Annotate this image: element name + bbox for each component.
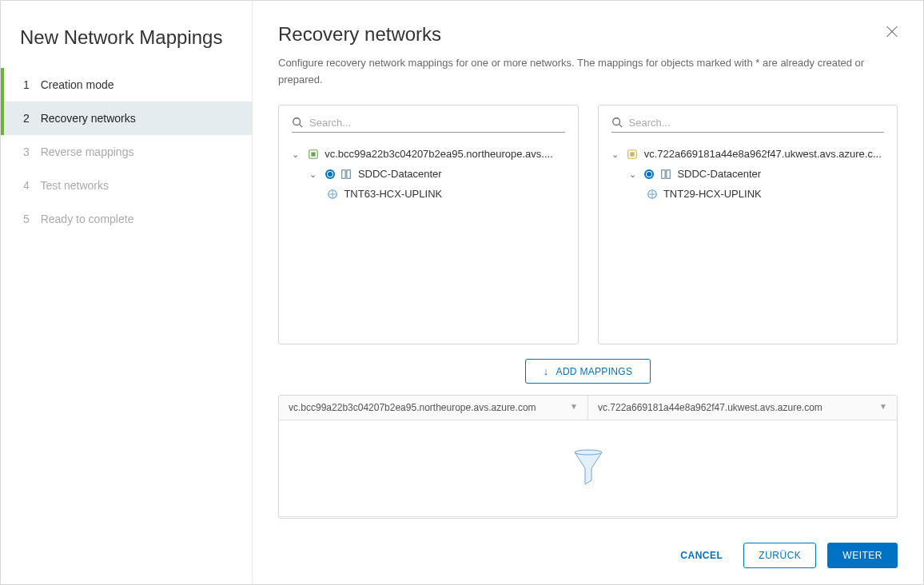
tree-label: TNT29-HCX-UPLINK <box>663 188 762 200</box>
wizard-sidebar: New Network Mappings 1 Creation mode 2 R… <box>1 1 253 584</box>
step-list: 1 Creation mode 2 Recovery networks 3 Re… <box>1 68 252 236</box>
step-label: Creation mode <box>41 78 114 91</box>
chevron-down-icon[interactable]: ⌄ <box>629 169 639 180</box>
step-number: 3 <box>23 145 30 158</box>
svg-rect-10 <box>631 152 635 156</box>
table-header-source: vc.bcc99a22b3c04207b2ea95.northeurope.av… <box>279 396 588 420</box>
chevron-down-icon[interactable]: ⌄ <box>611 149 621 160</box>
radio-selected-icon[interactable] <box>325 169 335 179</box>
arrow-down-icon: ↓ <box>544 365 549 377</box>
step-number: 4 <box>23 179 30 192</box>
back-button[interactable]: ZURÜCK <box>743 543 816 568</box>
step-creation-mode[interactable]: 1 Creation mode <box>1 68 252 101</box>
svg-line-8 <box>619 125 622 128</box>
svg-rect-11 <box>662 169 665 178</box>
step-number: 1 <box>23 78 30 91</box>
close-icon[interactable] <box>885 25 899 39</box>
tree-node-datacenter[interactable]: ⌄ SDDC-Datacenter <box>292 164 565 184</box>
target-tree: ⌄ vc.722a669181a44e8a962f47.ukwest.avs.a… <box>611 144 885 204</box>
svg-rect-12 <box>667 169 670 178</box>
source-search-input[interactable] <box>309 117 565 129</box>
wizard-title: New Network Mappings <box>1 20 252 68</box>
source-tree: ⌄ vc.bcc99a22b3c04207b2ea95.northeurope.… <box>292 144 565 204</box>
filter-icon[interactable]: ▼ <box>570 402 578 411</box>
next-button[interactable]: WEITER <box>827 543 898 568</box>
tree-panels: ⌄ vc.bcc99a22b3c04207b2ea95.northeurope.… <box>278 105 898 344</box>
step-reverse-mappings: 3 Reverse mappings <box>1 135 252 169</box>
page-title: Recovery networks <box>278 23 898 46</box>
target-search-input[interactable] <box>629 117 885 129</box>
column-label: vc.bcc99a22b3c04207b2ea95.northeurope.av… <box>289 402 536 413</box>
tree-label: vc.bcc99a22b3c04207b2ea95.northeurope.av… <box>325 148 553 160</box>
cancel-button[interactable]: CANCEL <box>671 543 732 567</box>
table-header: vc.bcc99a22b3c04207b2ea95.northeurope.av… <box>279 396 897 420</box>
network-icon <box>327 189 338 200</box>
tree-node-network[interactable]: TNT29-HCX-UPLINK <box>611 184 885 204</box>
svg-point-7 <box>612 118 619 125</box>
table-header-target: vc.722a669181a44e8a962f47.ukwest.avs.azu… <box>588 396 897 420</box>
step-recovery-networks[interactable]: 2 Recovery networks <box>1 101 252 135</box>
wizard-main: Recovery networks Configure recovery net… <box>253 1 923 584</box>
search-icon <box>292 117 303 128</box>
svg-rect-5 <box>347 169 350 178</box>
target-search[interactable] <box>611 113 885 133</box>
svg-point-15 <box>583 485 593 488</box>
wizard-modal: New Network Mappings 1 Creation mode 2 R… <box>0 0 924 585</box>
svg-rect-4 <box>342 169 345 178</box>
datacenter-icon <box>341 169 352 180</box>
step-number: 5 <box>23 213 30 225</box>
chevron-down-icon[interactable]: ⌄ <box>309 169 319 180</box>
button-label: ADD MAPPINGS <box>556 366 633 377</box>
network-icon <box>647 189 658 200</box>
step-label: Recovery networks <box>41 112 136 125</box>
tree-node-datacenter[interactable]: ⌄ SDDC-Datacenter <box>611 164 885 184</box>
tree-node-vcenter[interactable]: ⌄ vc.722a669181a44e8a962f47.ukwest.avs.a… <box>611 144 885 164</box>
svg-point-0 <box>293 118 301 125</box>
svg-rect-3 <box>311 152 315 156</box>
tree-label: TNT63-HCX-UPLINK <box>344 188 442 200</box>
empty-funnel-icon <box>572 448 604 488</box>
tree-node-network[interactable]: TNT63-HCX-UPLINK <box>292 184 565 204</box>
step-label: Test networks <box>40 179 109 192</box>
chevron-down-icon[interactable]: ⌄ <box>292 149 301 160</box>
svg-point-14 <box>575 450 602 455</box>
target-tree-panel: ⌄ vc.722a669181a44e8a962f47.ukwest.avs.a… <box>598 105 898 344</box>
add-mappings-button[interactable]: ↓ ADD MAPPINGS <box>525 359 651 384</box>
source-tree-panel: ⌄ vc.bcc99a22b3c04207b2ea95.northeurope.… <box>278 105 579 344</box>
vcenter-icon <box>308 149 319 160</box>
step-ready-complete: 5 Ready to complete <box>1 202 252 236</box>
search-icon <box>611 117 623 128</box>
vcenter-icon <box>627 149 638 160</box>
mappings-table: vc.bcc99a22b3c04207b2ea95.northeurope.av… <box>278 395 898 519</box>
add-mappings-row: ↓ ADD MAPPINGS <box>278 359 898 384</box>
tree-label: vc.722a669181a44e8a962f47.ukwest.avs.azu… <box>644 148 882 160</box>
step-test-networks: 4 Test networks <box>1 169 252 202</box>
page-description: Configure recovery network mappings for … <box>278 55 898 89</box>
footer-buttons: CANCEL ZURÜCK WEITER <box>278 519 898 568</box>
tree-label: SDDC-Datacenter <box>677 168 761 180</box>
radio-selected-icon[interactable] <box>644 169 654 179</box>
column-label: vc.722a669181a44e8a962f47.ukwest.avs.azu… <box>598 402 822 413</box>
step-label: Reverse mappings <box>41 145 134 158</box>
tree-label: SDDC-Datacenter <box>358 168 442 180</box>
datacenter-icon <box>660 169 671 180</box>
svg-line-1 <box>300 125 303 128</box>
filter-icon[interactable]: ▼ <box>879 402 887 411</box>
source-search[interactable] <box>292 113 565 133</box>
table-body-empty <box>279 420 897 516</box>
step-label: Ready to complete <box>41 213 134 225</box>
tree-node-vcenter[interactable]: ⌄ vc.bcc99a22b3c04207b2ea95.northeurope.… <box>292 144 565 164</box>
step-number: 2 <box>23 112 30 125</box>
